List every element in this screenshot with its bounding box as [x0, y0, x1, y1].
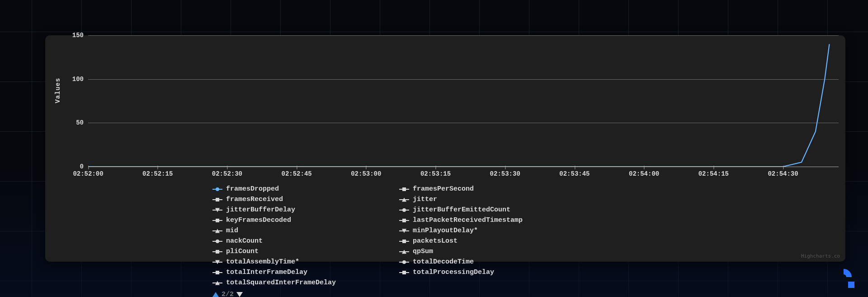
legend-label: totalProcessingDelay [413, 268, 494, 277]
legend-label: qpSum [413, 247, 433, 256]
legend-item-totalSquaredInterFrameDelay[interactable]: totalSquaredInterFrameDelay [212, 278, 336, 287]
legend-item-framesDropped[interactable]: framesDropped [212, 185, 336, 193]
legend-label: totalSquaredInterFrameDelay [226, 278, 336, 287]
y-tick-label: 150 [66, 32, 84, 38]
legend-page-up-icon[interactable] [212, 292, 219, 297]
gridline [88, 167, 839, 167]
legend-item-nackCount[interactable]: nackCount [212, 237, 336, 245]
legend-label: totalInterFrameDelay [226, 268, 307, 277]
series-lines [88, 35, 839, 167]
legend-item-lastPacketReceivedTimestamp[interactable]: lastPacketReceivedTimestamp [399, 216, 523, 225]
legend-label: framesDropped [226, 185, 279, 193]
legend-item-totalInterFrameDelay[interactable]: totalInterFrameDelay [212, 268, 336, 277]
legend-label: jitterBufferDelay [226, 206, 295, 214]
brand-corner-icon[interactable] [835, 268, 854, 288]
y-tick-label: 0 [66, 163, 84, 170]
chart-panel: Values 050100150 02:52:0002:52:1502:52:3… [45, 35, 845, 262]
legend-item-packetsLost[interactable]: packetsLost [399, 237, 523, 245]
plot-area[interactable] [88, 35, 839, 167]
legend-label: jitter [413, 195, 437, 204]
x-tick-label: 02:53:15 [420, 170, 451, 177]
y-tick-label: 50 [66, 120, 84, 126]
x-tick-label: 02:52:30 [212, 170, 242, 177]
legend-item-mid[interactable]: mid [212, 226, 336, 235]
legend-item-totalAssemblyTime*[interactable]: totalAssemblyTime* [212, 258, 336, 266]
legend-label: totalDecodeTime [413, 258, 474, 266]
y-axis-ticks: 050100150 [66, 35, 84, 162]
legend-label: nackCount [226, 237, 263, 245]
x-tick-label: 02:53:00 [351, 170, 381, 177]
legend-label: totalAssemblyTime* [226, 258, 299, 266]
legend-item-minPlayoutDelay*[interactable]: minPlayoutDelay* [399, 226, 523, 235]
x-tick-label: 02:52:15 [142, 170, 173, 177]
legend-label: jitterBufferEmittedCount [413, 206, 510, 214]
series-line-framesDropped [88, 44, 830, 167]
x-tick-label: 02:52:45 [282, 170, 312, 177]
y-tick-label: 100 [66, 76, 84, 82]
x-tick-label: 02:52:00 [73, 170, 103, 177]
chart-legend: framesDroppedframesReceivedjitterBufferD… [212, 185, 665, 297]
x-tick-label: 02:54:15 [698, 170, 729, 177]
legend-item-jitter[interactable]: jitter [399, 195, 523, 204]
legend-item-jitterBufferDelay[interactable]: jitterBufferDelay [212, 206, 336, 214]
legend-item-framesReceived[interactable]: framesReceived [212, 195, 336, 204]
legend-pager: 2/2 [212, 291, 665, 297]
y-axis-label: Values [54, 78, 61, 103]
chart-credit[interactable]: Highcharts.co [801, 253, 840, 259]
legend-item-jitterBufferEmittedCount[interactable]: jitterBufferEmittedCount [399, 206, 523, 214]
legend-item-keyFramesDecoded[interactable]: keyFramesDecoded [212, 216, 336, 225]
legend-item-totalProcessingDelay[interactable]: totalProcessingDelay [399, 268, 523, 277]
legend-label: framesPerSecond [413, 185, 474, 193]
legend-label: mid [226, 226, 238, 235]
legend-label: pliCount [226, 247, 259, 256]
x-tick-label: 02:54:00 [629, 170, 659, 177]
x-tick-label: 02:53:30 [490, 170, 520, 177]
legend-item-totalDecodeTime[interactable]: totalDecodeTime [399, 258, 523, 266]
legend-item-framesPerSecond[interactable]: framesPerSecond [399, 185, 523, 193]
legend-item-pliCount[interactable]: pliCount [212, 247, 336, 256]
legend-label: keyFramesDecoded [226, 216, 291, 225]
legend-label: framesReceived [226, 195, 283, 204]
x-tick-label: 02:53:45 [559, 170, 590, 177]
legend-item-qpSum[interactable]: qpSum [399, 247, 523, 256]
legend-label: packetsLost [413, 237, 458, 245]
legend-page-indicator: 2/2 [222, 291, 234, 297]
legend-label: minPlayoutDelay* [413, 226, 478, 235]
legend-page-down-icon[interactable] [236, 292, 243, 297]
legend-label: lastPacketReceivedTimestamp [413, 216, 523, 225]
x-tick-label: 02:54:30 [768, 170, 798, 177]
